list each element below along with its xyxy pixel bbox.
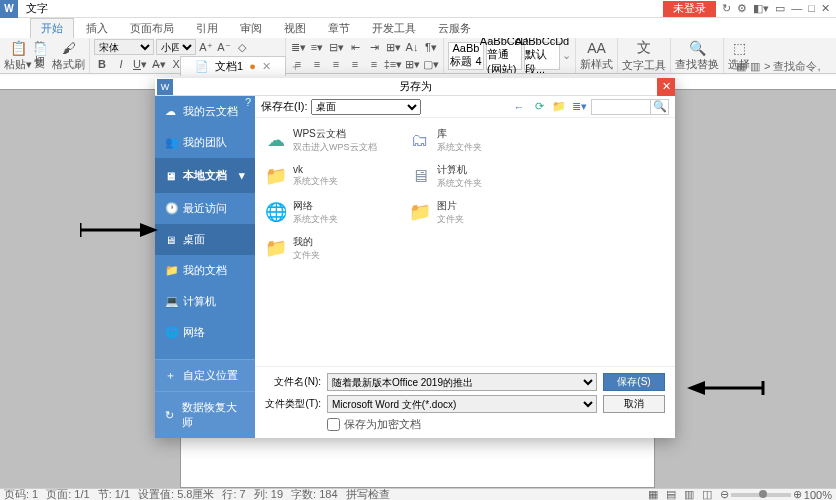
style-default[interactable]: AaBbCcDd默认段...: [524, 42, 560, 70]
status-pages[interactable]: 页面: 1/1: [46, 487, 89, 500]
login-button[interactable]: 未登录: [663, 1, 716, 17]
tab-references[interactable]: 引用: [186, 19, 228, 38]
status-pos[interactable]: 设置值: 5.8厘米: [138, 487, 214, 500]
dialog-search-input[interactable]: [591, 99, 651, 115]
sidebar-item-cloud[interactable]: ☁我的云文档: [155, 96, 255, 127]
document-tab[interactable]: 📄 文档1 ● ✕: [180, 56, 286, 77]
file-item[interactable]: 📁vk系统文件夹: [261, 160, 401, 192]
file-item[interactable]: 🌐网络系统文件夹: [261, 196, 401, 228]
cancel-button[interactable]: 取消: [603, 395, 665, 413]
sidebar-item-desktop[interactable]: 🖥桌面: [155, 224, 255, 255]
border-icon[interactable]: ⊞▾: [404, 56, 420, 72]
view-icon3[interactable]: ▥: [684, 488, 694, 500]
up-icon[interactable]: ⟳: [531, 99, 547, 115]
file-item[interactable]: 📁我的文件夹: [261, 232, 401, 264]
sidebar-item-computer[interactable]: 💻计算机: [155, 286, 255, 317]
tab-cloud[interactable]: 云服务: [428, 19, 481, 38]
sidebar-item-recent[interactable]: 🕐最近访问: [155, 193, 255, 224]
texttool-button[interactable]: 文文字工具: [622, 39, 666, 73]
tabstop-icon[interactable]: ⊞▾: [385, 39, 401, 55]
sidebar-item-mydocs[interactable]: 📁我的文档: [155, 255, 255, 286]
sidebar-item-network[interactable]: 🌐网络: [155, 317, 255, 348]
close-icon[interactable]: ✕: [821, 2, 830, 15]
shrink-font-icon[interactable]: A⁻: [216, 39, 232, 55]
menu-icon[interactable]: ▭: [775, 2, 785, 15]
align-justify-icon[interactable]: ≡: [347, 56, 363, 72]
strike-icon[interactable]: A̶▾: [151, 56, 167, 72]
italic-icon[interactable]: I: [113, 56, 129, 72]
align-right-icon[interactable]: ≡: [328, 56, 344, 72]
dialog-search-icon[interactable]: 🔍: [651, 99, 669, 115]
view-icon1[interactable]: ▦: [648, 488, 658, 500]
status-col[interactable]: 列: 19: [254, 487, 283, 500]
back-icon[interactable]: ←: [511, 99, 527, 115]
multilevel-icon[interactable]: ⊟▾: [328, 39, 344, 55]
zoom-value[interactable]: 100%: [804, 489, 832, 501]
fill-icon[interactable]: ▢▾: [423, 56, 439, 72]
filetype-select[interactable]: Microsoft Word 文件(*.docx): [327, 395, 597, 413]
file-item[interactable]: 🗂库系统文件夹: [405, 124, 545, 156]
zoom-control[interactable]: ⊖ ⊕ 100%: [720, 488, 832, 500]
status-chars[interactable]: 字数: 184: [291, 487, 337, 500]
styles-more-icon[interactable]: ⌄: [562, 49, 571, 62]
settings-icon[interactable]: ⚙: [737, 2, 747, 15]
clear-format-icon[interactable]: ◇: [234, 39, 250, 55]
align-center-icon[interactable]: ≡: [309, 56, 325, 72]
sort-icon[interactable]: A↓: [404, 39, 420, 55]
zoom-out-icon[interactable]: ⊖: [720, 488, 729, 500]
grow-font-icon[interactable]: A⁺: [198, 39, 214, 55]
doc-close-icon[interactable]: ✕: [262, 60, 271, 73]
indent-dec-icon[interactable]: ⇤: [347, 39, 363, 55]
tab-start[interactable]: 开始: [30, 18, 74, 38]
newstyle-button[interactable]: AA新样式: [580, 40, 613, 72]
underline-icon[interactable]: U▾: [132, 56, 148, 72]
style-heading4[interactable]: AaBb标题 4: [448, 42, 484, 70]
views-icon[interactable]: ≣▾: [571, 99, 587, 115]
dialog-file-list[interactable]: ☁WPS云文档双击进入WPS云文档🗂库系统文件夹📁vk系统文件夹🖥计算机系统文件…: [255, 118, 675, 366]
formatpainter-button[interactable]: 🖌格式刷: [52, 40, 85, 72]
font-name-select[interactable]: 宋体: [94, 39, 154, 55]
encrypt-checkbox[interactable]: [327, 418, 340, 431]
zoom-in-icon[interactable]: ⊕: [793, 488, 802, 500]
location-select[interactable]: 桌面: [311, 99, 421, 115]
bold-icon[interactable]: B: [94, 56, 110, 72]
status-sect[interactable]: 节: 1/1: [98, 487, 130, 500]
file-item[interactable]: 📁图片文件夹: [405, 196, 545, 228]
view-icon2[interactable]: ▤: [666, 488, 676, 500]
showmarks-icon[interactable]: ¶▾: [423, 39, 439, 55]
sidebar-item-custom[interactable]: ＋自定义位置: [155, 359, 255, 391]
tab-view[interactable]: 视图: [274, 19, 316, 38]
status-line[interactable]: 行: 7: [222, 487, 245, 500]
bullets-icon[interactable]: ≣▾: [290, 39, 306, 55]
numbering-icon[interactable]: ≡▾: [309, 39, 325, 55]
view-icon4[interactable]: ◫: [702, 488, 712, 500]
add-tab-icon[interactable]: ＋: [290, 59, 301, 74]
findreplace-button[interactable]: 🔍查找替换: [675, 40, 719, 72]
dialog-close-icon[interactable]: ✕: [657, 78, 675, 96]
font-size-select[interactable]: 小四: [156, 39, 196, 55]
filename-input[interactable]: 随着最新版本Office 2019的推出: [327, 373, 597, 391]
status-spell[interactable]: 拼写检查: [346, 487, 390, 500]
sidebar-item-team[interactable]: 👥我的团队: [155, 127, 255, 158]
tab-pagelayout[interactable]: 页面布局: [120, 19, 184, 38]
newfolder-icon[interactable]: 📁: [551, 99, 567, 115]
tab-insert[interactable]: 插入: [76, 19, 118, 38]
minimize-icon[interactable]: —: [791, 2, 802, 15]
sidebar-section-local[interactable]: 🖥本地文档▾: [155, 158, 255, 193]
tab-review[interactable]: 审阅: [230, 19, 272, 38]
sidebar-item-recover[interactable]: ↻数据恢复大师: [155, 391, 255, 438]
rq-icon2[interactable]: ▥: [750, 60, 760, 73]
file-item[interactable]: ☁WPS云文档双击进入WPS云文档: [261, 124, 401, 156]
sync-icon[interactable]: ↻: [722, 2, 731, 15]
file-item[interactable]: 🖥计算机系统文件夹: [405, 160, 545, 192]
paste-button[interactable]: 📋粘贴▾: [4, 40, 32, 72]
maximize-icon[interactable]: □: [808, 2, 815, 15]
status-page[interactable]: 页码: 1: [4, 487, 38, 500]
line-spacing-icon[interactable]: ‡≡▾: [385, 56, 401, 72]
copy-icon[interactable]: 📄 复制: [34, 56, 50, 72]
tab-devtools[interactable]: 开发工具: [362, 19, 426, 38]
indent-inc-icon[interactable]: ⇥: [366, 39, 382, 55]
rq-icon1[interactable]: ▦: [736, 60, 746, 73]
tab-section[interactable]: 章节: [318, 19, 360, 38]
dialog-help-icon[interactable]: ?: [245, 96, 251, 108]
